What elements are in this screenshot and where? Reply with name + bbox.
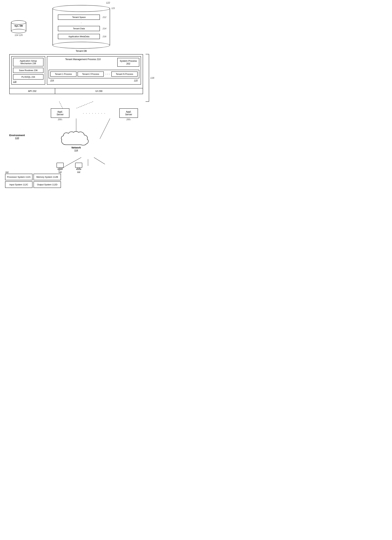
svg-rect-17	[76, 169, 81, 170]
ui-label: UI 230	[95, 90, 102, 92]
save-routines-box: Save Routines 236	[13, 68, 44, 73]
tenant-process-n: Tenant N Process	[111, 71, 138, 77]
memory-system-box: Memory System 112B	[34, 174, 61, 180]
cylinder-bottom	[52, 42, 110, 49]
network-title: Network	[71, 146, 81, 149]
svg-line-5	[76, 102, 93, 108]
client-systems: 112 Processor System 112A Memory System …	[5, 171, 61, 188]
app-metadata-ref: 216	[103, 35, 106, 38]
app-metadata-box: Application MetaData	[58, 34, 100, 39]
api-section: API 232	[10, 88, 55, 94]
sys-db-ref1: 124	[15, 34, 18, 36]
client-grid: Processor System 112A Memory System 112B…	[5, 174, 61, 188]
processor-system-box: Processor System 112A	[5, 174, 33, 180]
tenant-processes-ref: 128	[134, 79, 138, 82]
appl-server-n-box: Appl. Server	[119, 108, 138, 118]
processor-system-label: Processor System 112A	[7, 176, 30, 178]
input-system-box: Input System 112C	[5, 181, 33, 188]
cylinder-body: Tenant Space 212 · Tenant Data 214 Appli…	[52, 9, 110, 45]
tenant-data-ref: 214	[103, 27, 106, 30]
environment-label: Environment	[9, 134, 25, 137]
sys-db-container: Sys. DB 124 125	[11, 20, 26, 36]
api-label: API 232	[28, 90, 36, 92]
ui-section: UI 230	[55, 88, 143, 94]
output-system-box: Output System 112D	[34, 181, 61, 188]
sys-db-label: Sys. DB	[14, 25, 23, 27]
system-process-label: System Process 202	[120, 60, 137, 65]
tenant-space-box: Tenant Space	[58, 15, 100, 20]
tenant-mgmt-title: Tenant Management Process 210	[49, 58, 117, 61]
left-section: Application Setup Mechanism 238 Save Rou…	[11, 56, 45, 85]
tenant-space-label: Tenant Space	[72, 16, 86, 18]
tenant-mgmt-label: Tenant Management Process 210	[65, 58, 100, 61]
terminal-2: 112	[74, 163, 83, 173]
app-metadata-label: Application MetaData	[68, 35, 89, 38]
save-routines-label: Save Routines 236	[19, 69, 38, 72]
svg-rect-12	[57, 163, 64, 168]
appl-server-n-label: Appl. Server	[125, 110, 132, 116]
sys-db-bottom	[11, 29, 26, 33]
db-inner-ref: 123	[111, 7, 115, 10]
tenant-processes-ref2: 204	[50, 79, 54, 82]
tenant-data-label: Tenant Data	[73, 27, 85, 30]
tenant-space-ref: 212	[103, 16, 106, 18]
tenant-process-n-label: Tenant N Process	[116, 73, 133, 75]
right-section: Tenant Management Process 210 System Pro…	[47, 56, 141, 85]
environment-ref: 110	[9, 137, 25, 139]
sys-db-ref2: 125	[19, 34, 23, 36]
appl-server-n-container: Appl. Server 200ₙ	[119, 108, 138, 121]
client-ref-top: 112	[5, 171, 61, 173]
tenant-db-label: Tenant DB	[52, 50, 110, 52]
appl-server-n-ref: 200ₙ	[126, 118, 131, 121]
server-platform: Application Setup Mechanism 238 Save Rou…	[9, 54, 143, 94]
svg-text:116: 116	[150, 76, 154, 79]
tenant-db-cylinder: 123 Tenant Space 212 · Tenant Data	[52, 5, 110, 49]
system-process-box: System Process 202	[117, 58, 139, 67]
cylinder-top: 123	[52, 5, 110, 12]
appl-server-1-ref: 200₁	[58, 118, 62, 121]
plsoql-label: PL/SOQL 234	[21, 76, 35, 78]
tenant-processes-row: Tenant 1 Process Tenant 2 Process · · · …	[49, 70, 139, 78]
tenant-process-1-label: Tenant 1 Process	[55, 73, 72, 75]
environment-container: Environment 110	[9, 134, 25, 139]
appl-server-1-container: Appl. Server 200₁	[51, 108, 69, 121]
input-system-label: Input System 112C	[10, 183, 28, 186]
tenant-data-box: Tenant Data	[58, 26, 100, 31]
server-dots: · · · · · · · ·	[83, 112, 106, 115]
svg-line-4	[59, 102, 63, 108]
app-setup-mechanism-label: Application Setup Mechanism 238	[20, 60, 37, 65]
svg-rect-14	[58, 169, 62, 170]
terminal-2-ref: 112	[74, 171, 83, 173]
svg-rect-15	[75, 163, 82, 168]
tenant-process-2: Tenant 2 Process	[78, 71, 104, 77]
vertical-dots: ·	[56, 21, 106, 24]
appl-server-1-label: Appl. Server	[57, 110, 64, 116]
sys-db-top	[11, 20, 26, 25]
output-system-label: Output System 112D	[37, 183, 58, 186]
memory-system-label: Memory System 112B	[36, 176, 58, 178]
network-container: Network 114	[59, 130, 93, 151]
tenant-db-container: 122 123 Tenant Space 212 · Ten	[52, 5, 110, 52]
sys-db-cylinder: Sys. DB	[11, 20, 26, 33]
svg-line-10	[94, 157, 105, 164]
plsoql-box: PL/SOQL 234	[13, 74, 44, 80]
left-section-ref: 118	[13, 80, 44, 83]
tenant-process-1: Tenant 1 Process	[50, 71, 76, 77]
svg-line-7	[100, 119, 110, 139]
dots-h: · · ·	[105, 71, 110, 77]
api-ui-bar: API 232 UI 230	[10, 88, 143, 94]
tenant-process-2-label: Tenant 2 Process	[82, 73, 99, 75]
app-setup-mechanism-box: Application Setup Mechanism 238	[13, 58, 44, 66]
tenant-db-ref: 122	[106, 1, 110, 4]
appl-server-1-box: Appl. Server	[51, 108, 69, 118]
